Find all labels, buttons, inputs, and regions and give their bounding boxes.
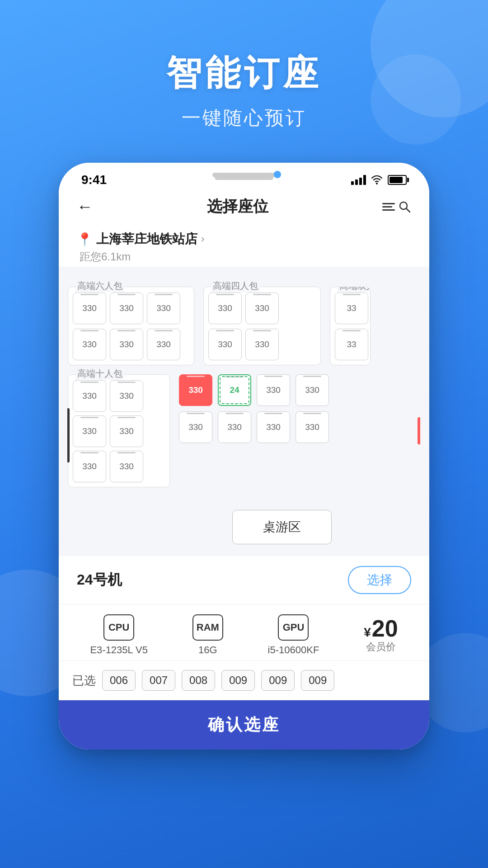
seat-item[interactable]: 330 [257,411,290,443]
seat-selected-24[interactable]: 24 [218,374,251,406]
back-button[interactable]: ← [77,197,93,216]
room-divider-line [67,408,70,462]
seat-item[interactable]: 330 [296,411,329,443]
location-arrow-icon: › [201,233,204,245]
ram-label: 16G [198,644,217,656]
status-right [351,175,407,185]
search-icon [398,200,411,213]
room-6-seats-bottom: 330 330 330 [73,329,189,360]
price-col: ¥ 20 会员价 [364,617,398,654]
seat-item[interactable]: 330 [73,292,106,324]
seat-item[interactable]: 330 [110,451,143,482]
gpu-label: i5-10600KF [268,644,319,656]
seat-item[interactable]: 330 [147,329,180,360]
seat-occupied[interactable]: 330 [179,374,212,406]
selected-seat-tag: 008 [182,670,215,691]
seat-item[interactable]: 330 [73,451,106,482]
main-section: 高端十人包 330 330 330 330 330 330 [68,374,420,487]
battery-icon [388,175,407,185]
price-label: 会员价 [366,640,396,654]
room-6-label: 高端六人包 [75,280,124,292]
selected-seat-tag: 006 [102,670,136,691]
list-icon [382,203,395,211]
notch-pill [215,175,273,180]
phone-frame: 9:41 [59,163,429,750]
seat-item[interactable]: 330 [218,411,251,443]
seat-map: 高端六人包 330 330 330 330 330 330 高端四人包 [59,267,429,556]
room-2-box: 高端双人 33 33 [330,287,371,365]
status-bar: 9:41 [59,163,429,192]
seat-item[interactable]: 33 [335,329,368,360]
room-2-label: 高端双人 [338,287,371,292]
room-10-box: 高端十人包 330 330 330 330 330 330 [68,374,170,487]
room-10-label: 高端十人包 [75,368,124,380]
room-4-seats-bottom: 330 330 [208,329,316,360]
machine-name: 24号机 [77,570,122,590]
room-6-box: 高端六人包 330 330 330 330 330 330 [68,287,194,365]
selected-label: 已选 [72,673,96,689]
location-row[interactable]: 📍 上海莘庄地铁站店 › [77,231,411,248]
location-distance: 距您6.1km [77,250,411,264]
price-currency: ¥ [364,625,371,640]
confirm-button[interactable]: 确认选座 [59,700,429,750]
table-game-zone: 桌游区 [232,510,332,544]
room-4-seats-top: 330 330 [208,292,316,324]
seat-item[interactable]: 330 [208,329,242,360]
header-title: 智能订座 [0,50,488,97]
seat-item[interactable]: 330 [257,374,290,406]
selected-seat-tag: 009 [261,670,295,691]
phone-mockup: 9:41 [59,163,429,750]
cpu-icon: CPU [103,614,134,641]
seat-item[interactable]: 330 [179,411,212,443]
gpu-icon: GPU [278,614,309,641]
selected-seat-tag: 009 [301,670,334,691]
header-section: 智能订座 一键随心预订 [0,0,488,131]
seat-item[interactable]: 33 [335,292,368,324]
app-bar: ← 选择座位 [59,192,429,224]
spec-cpu: CPU E3-1235L V5 [90,614,148,656]
svg-line-1 [406,208,410,212]
red-bar-indicator [418,417,420,444]
seat-item[interactable]: 330 [110,380,143,412]
specs-row: CPU E3-1235L V5 RAM 16G GPU i5-10600KF ¥ [59,604,429,661]
wifi-icon [371,175,383,185]
location-name: 上海莘庄地铁站店 [96,231,197,248]
header-subtitle: 一键随心预订 [0,105,488,131]
status-time: 9:41 [81,173,107,187]
filter-search-button[interactable] [382,200,411,213]
price-amount: 20 [372,617,398,640]
seat-item[interactable]: 330 [73,415,106,447]
room-6-seats-top: 330 330 330 [73,292,189,324]
select-button[interactable]: 选择 [348,566,411,594]
cpu-label: E3-1235L V5 [90,644,148,656]
seat-item[interactable]: 330 [208,292,242,324]
seat-item[interactable]: 330 [296,374,329,406]
seat-item[interactable]: 330 [73,329,106,360]
ram-icon: RAM [192,614,223,641]
seat-item[interactable]: 330 [147,292,180,324]
right-open-seats: 330 24 330 330 330 330 330 330 [179,374,420,487]
seat-item[interactable]: 330 [110,292,143,324]
location-pin-icon: 📍 [77,232,93,247]
location-bar: 📍 上海莘庄地铁站店 › 距您6.1km [59,224,429,267]
signal-icon [351,175,366,185]
selected-seat-tag: 009 [221,670,255,691]
seat-item[interactable]: 330 [73,380,106,412]
top-rooms-row: 高端六人包 330 330 330 330 330 330 高端四人包 [68,287,420,365]
info-row: 24号机 选择 [77,566,411,594]
seat-item[interactable]: 330 [245,329,279,360]
spec-ram: RAM 16G [192,614,223,656]
seat-item[interactable]: 330 [245,292,279,324]
app-bar-title: 选择座位 [207,196,268,217]
selected-seat-tag: 007 [142,670,175,691]
selected-seats-row: 已选 006 007 008 009 009 009 [59,661,429,700]
top-dot [274,171,281,178]
room-4-label: 高端四人包 [211,280,260,292]
info-panel: 24号机 选择 [59,556,429,604]
spec-gpu: GPU i5-10600KF [268,614,319,656]
seat-item[interactable]: 330 [110,329,143,360]
seat-item[interactable]: 330 [110,415,143,447]
room-4-box: 高端四人包 330 330 330 330 [203,287,321,365]
